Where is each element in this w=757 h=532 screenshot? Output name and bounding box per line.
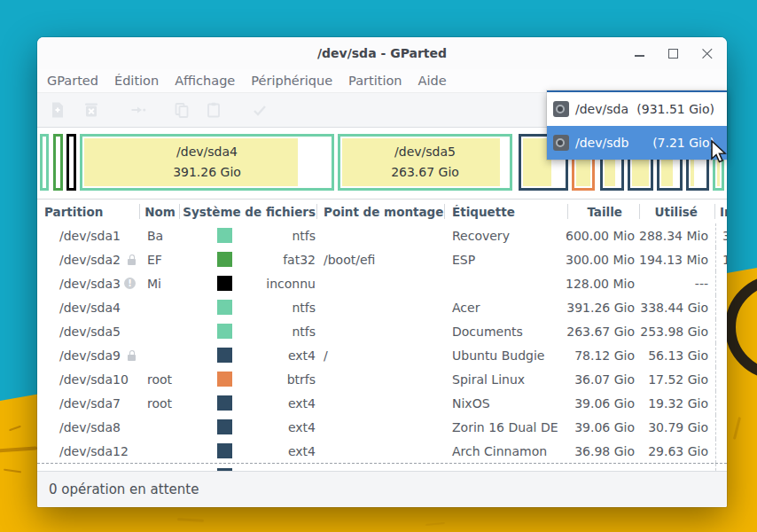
menubar: GPartedÉditionAffichagePériphériqueParti… <box>37 69 727 93</box>
partition-segment[interactable] <box>66 134 76 191</box>
table-header: PartitionNomSystème de fichiersPoint de … <box>37 200 727 223</box>
pending-operations: 0 opération en attente <box>49 481 199 497</box>
partition-segment-sda4[interactable]: /dev/sda4391.26 Gio <box>80 134 334 191</box>
partition-size: 36.06 Gio <box>574 469 635 472</box>
menu-dition[interactable]: Édition <box>106 74 167 88</box>
partition-used: 30.79 Gio <box>648 420 708 434</box>
apply-operations-icon[interactable] <box>250 100 269 120</box>
partition-device: /dev/sda8 <box>59 420 121 434</box>
menu-priphrique[interactable]: Périphérique <box>243 74 340 88</box>
dropdown-device-size: (931.51 Gio) <box>636 102 714 116</box>
paste-icon[interactable] <box>204 100 223 120</box>
table-row-sda1[interactable]: /dev/sda1BantfsRecovery600.00 Mio288.34 … <box>37 223 727 247</box>
menu-aide[interactable]: Aide <box>410 74 455 88</box>
partition-device: /dev/sda7 <box>59 396 121 411</box>
copy-icon[interactable] <box>172 100 191 120</box>
fs-type: ext4 <box>288 348 316 363</box>
partition-device: /dev/sda2 <box>59 253 121 267</box>
column-header-7[interactable]: Inutilisé <box>715 200 727 223</box>
fs-color-swatch-ext4 <box>217 443 232 458</box>
minimize-icon[interactable] <box>634 48 645 59</box>
partition-device: /dev/sda1 <box>59 229 121 243</box>
window-title: /dev/sda - GParted <box>317 46 447 60</box>
partition-used: 17.52 Gio <box>648 372 708 387</box>
menu-gparted[interactable]: GParted <box>39 74 106 88</box>
partition-used: 19.32 Gio <box>648 396 708 411</box>
partition-segment-sda5[interactable]: /dev/sda5263.67 Gio <box>338 134 512 191</box>
partition-label: ESP <box>452 253 475 267</box>
fs-color-swatch-ntfs <box>217 300 232 315</box>
fs-type: inconnu <box>266 277 316 291</box>
partition-used: 338.44 Gio <box>640 301 708 315</box>
fs-color-swatch-ext4 <box>217 395 232 411</box>
partition-segment[interactable] <box>40 134 49 191</box>
table-row-sda2[interactable]: /dev/sda2EFfat32/boot/efiESP300.00 Mio19… <box>37 247 727 271</box>
menu-affichage[interactable]: Affichage <box>167 74 243 88</box>
partition-used: 29.63 Gio <box>648 444 708 458</box>
partition-label: Zorin 16 Dual DE <box>452 420 558 434</box>
column-header-5[interactable]: Taille <box>568 200 640 223</box>
table-row-sda5[interactable]: /dev/sda5ntfsDocuments263.67 Gio253.98 G… <box>37 319 727 343</box>
table-row-sda9[interactable]: /dev/sda9ext4/Ubuntu Budgie78.12 Gio56.1… <box>37 343 727 367</box>
close-icon[interactable] <box>701 48 713 59</box>
partition-device: /dev/sda10 <box>59 372 129 387</box>
mount-point: / <box>324 348 328 363</box>
fs-type: ntfs <box>292 301 316 315</box>
dropdown-item-sdb[interactable]: /dev/sdb(7.21 Gio) <box>547 126 727 160</box>
partition-size: 300.00 Mio <box>566 253 635 267</box>
partition-size: 39.06 Gio <box>574 420 635 434</box>
table-row-sda8[interactable]: /dev/sda8ext4Zorin 16 Dual DE39.06 Gio30… <box>37 415 727 439</box>
fs-color-swatch-unknown <box>217 276 232 291</box>
fs-color-swatch-ntfs <box>217 228 232 243</box>
partition-used: 23.12 Gio <box>648 469 708 472</box>
column-header-4[interactable]: Étiquette <box>445 200 568 223</box>
partition-size: 78.12 Gio <box>574 348 635 363</box>
column-header-3[interactable]: Point de montage <box>317 200 445 223</box>
resize-move-icon[interactable] <box>128 100 147 120</box>
titlebar[interactable]: /dev/sda - GParted <box>37 37 727 69</box>
partition-size: 128.00 Mio <box>566 277 635 291</box>
column-header-1[interactable]: Nom <box>140 200 180 223</box>
lock-icon <box>128 350 136 361</box>
partition-label: Acer <box>452 301 480 315</box>
column-header-2[interactable]: Système de fichiers <box>180 200 317 223</box>
table-row-sda12[interactable]: /dev/sda12ext4Arch Cinnamon36.98 Gio29.6… <box>37 439 727 463</box>
partition-device: /dev/sda5 <box>59 325 121 339</box>
menu-partition[interactable]: Partition <box>340 74 410 88</box>
partition-segment-label: /dev/sda4391.26 Gio <box>82 137 332 188</box>
partition-table: PartitionNomSystème de fichiersPoint de … <box>37 200 727 471</box>
harddisk-icon <box>553 135 569 151</box>
fs-type: fat32 <box>283 253 316 267</box>
new-partition-icon[interactable] <box>48 100 67 120</box>
fs-color-swatch-ntfs <box>217 324 232 339</box>
table-row-sda7[interactable]: /dev/sda7rootext4NixOS39.06 Gio19.32 Gio… <box>37 391 727 415</box>
table-row-sda10[interactable]: /dev/sda10rootbtrfsSpiral Linux36.07 Gio… <box>37 367 727 391</box>
partition-name: Ba <box>147 229 163 243</box>
table-row-sda3[interactable]: /dev/sda3!Miinconnu128.00 Mio------ <box>37 271 727 295</box>
fs-color-swatch-ext4 <box>217 468 232 471</box>
delete-partition-icon[interactable] <box>82 100 101 120</box>
partition-device: /dev/sda9 <box>59 348 121 363</box>
column-header-6[interactable]: Utilisé <box>640 200 715 223</box>
dropdown-device-name: /dev/sdb <box>575 136 628 150</box>
partition-label: Spiral Linux <box>452 372 525 387</box>
fs-type: ntfs <box>292 325 316 339</box>
fs-color-swatch-fat32 <box>217 252 232 267</box>
column-header-0[interactable]: Partition <box>37 200 140 223</box>
partition-segment-label: /dev/sda5263.67 Gio <box>340 137 510 188</box>
harddisk-icon <box>553 101 569 117</box>
dropdown-item-sda[interactable]: /dev/sda(931.51 Gio) <box>547 92 727 126</box>
partition-name: Mi <box>147 277 161 291</box>
fs-type: ext4 <box>288 444 316 458</box>
fs-color-swatch-btrfs <box>217 372 232 387</box>
partition-segment[interactable] <box>53 134 63 191</box>
maximize-icon[interactable] <box>667 48 679 59</box>
partition-label: Arch Cinnamon <box>452 444 547 458</box>
partition-unused: 311.66 Mio <box>722 229 727 243</box>
fs-type: ext4 <box>288 396 316 411</box>
fs-type: btrfs <box>287 372 316 387</box>
table-row-sda6[interactable]: /dev/sda6ext4Solus36.06 Gio23.12 Gio12.9… <box>37 463 727 471</box>
partition-name: root <box>147 372 172 387</box>
partition-used: 288.34 Mio <box>639 229 708 243</box>
table-row-sda4[interactable]: /dev/sda4ntfsAcer391.26 Gio338.44 Gio52.… <box>37 295 727 319</box>
